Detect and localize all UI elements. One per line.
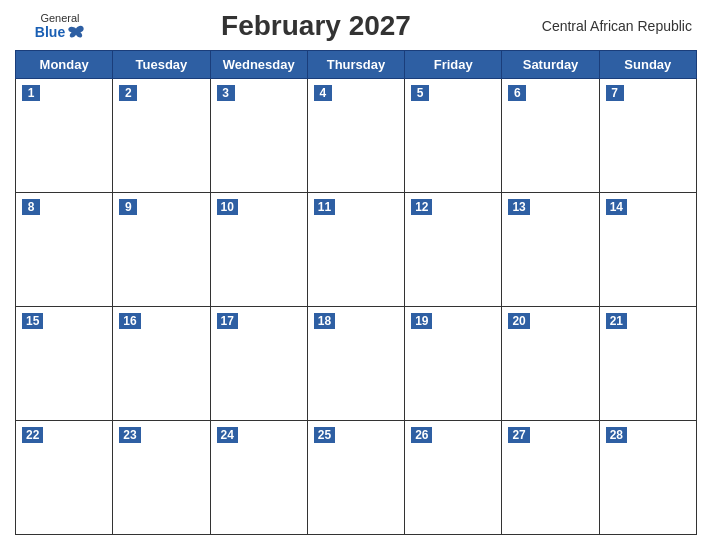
- header-thursday: Thursday: [307, 51, 404, 79]
- day-cell-13: 13: [502, 193, 599, 307]
- day-number: 19: [411, 313, 432, 329]
- day-cell-10: 10: [210, 193, 307, 307]
- day-number: 17: [217, 313, 238, 329]
- day-number: 11: [314, 199, 335, 215]
- week-row-2: 8 9 10 11 12 13 14: [16, 193, 697, 307]
- day-number: 13: [508, 199, 529, 215]
- day-number: 3: [217, 85, 235, 101]
- day-cell-14: 14: [599, 193, 696, 307]
- day-number: 28: [606, 427, 627, 443]
- country-label: Central African Republic: [532, 18, 692, 34]
- day-cell-17: 17: [210, 307, 307, 421]
- header-monday: Monday: [16, 51, 113, 79]
- day-cell-23: 23: [113, 421, 210, 535]
- day-cell-28: 28: [599, 421, 696, 535]
- day-number: 16: [119, 313, 140, 329]
- day-cell-3: 3: [210, 79, 307, 193]
- day-number: 25: [314, 427, 335, 443]
- month-year-title: February 2027: [221, 10, 411, 42]
- day-cell-1: 1: [16, 79, 113, 193]
- day-number: 14: [606, 199, 627, 215]
- day-number: 27: [508, 427, 529, 443]
- day-number: 18: [314, 313, 335, 329]
- day-cell-26: 26: [405, 421, 502, 535]
- day-cell-20: 20: [502, 307, 599, 421]
- day-cell-18: 18: [307, 307, 404, 421]
- logo: General Blue: [20, 12, 100, 40]
- header-friday: Friday: [405, 51, 502, 79]
- day-number: 26: [411, 427, 432, 443]
- day-number: 5: [411, 85, 429, 101]
- day-cell-21: 21: [599, 307, 696, 421]
- day-number: 15: [22, 313, 43, 329]
- day-number: 23: [119, 427, 140, 443]
- day-number: 7: [606, 85, 624, 101]
- header-saturday: Saturday: [502, 51, 599, 79]
- day-number: 4: [314, 85, 332, 101]
- calendar-title: February 2027: [221, 10, 411, 41]
- day-cell-15: 15: [16, 307, 113, 421]
- day-cell-5: 5: [405, 79, 502, 193]
- day-cell-9: 9: [113, 193, 210, 307]
- day-number: 1: [22, 85, 40, 101]
- day-cell-27: 27: [502, 421, 599, 535]
- logo-general: General: [40, 12, 79, 24]
- day-number: 2: [119, 85, 137, 101]
- calendar-header: General Blue February 2027 Central Afric…: [15, 10, 697, 42]
- logo-blue: Blue: [35, 24, 85, 40]
- day-cell-7: 7: [599, 79, 696, 193]
- day-number: 6: [508, 85, 526, 101]
- day-cell-16: 16: [113, 307, 210, 421]
- header-sunday: Sunday: [599, 51, 696, 79]
- day-cell-6: 6: [502, 79, 599, 193]
- day-number: 24: [217, 427, 238, 443]
- day-number: 8: [22, 199, 40, 215]
- day-cell-2: 2: [113, 79, 210, 193]
- day-cell-12: 12: [405, 193, 502, 307]
- day-cell-11: 11: [307, 193, 404, 307]
- week-row-3: 15 16 17 18 19 20 21: [16, 307, 697, 421]
- calendar-page: General Blue February 2027 Central Afric…: [0, 0, 712, 550]
- logo-bird-icon: [67, 25, 85, 39]
- calendar-table: Monday Tuesday Wednesday Thursday Friday…: [15, 50, 697, 535]
- day-cell-25: 25: [307, 421, 404, 535]
- day-number: 12: [411, 199, 432, 215]
- day-cell-24: 24: [210, 421, 307, 535]
- header-wednesday: Wednesday: [210, 51, 307, 79]
- day-cell-4: 4: [307, 79, 404, 193]
- day-cell-19: 19: [405, 307, 502, 421]
- day-cell-22: 22: [16, 421, 113, 535]
- day-number: 21: [606, 313, 627, 329]
- day-number: 9: [119, 199, 137, 215]
- week-row-4: 22 23 24 25 26 27 28: [16, 421, 697, 535]
- day-number: 20: [508, 313, 529, 329]
- days-header-row: Monday Tuesday Wednesday Thursday Friday…: [16, 51, 697, 79]
- day-cell-8: 8: [16, 193, 113, 307]
- day-number: 22: [22, 427, 43, 443]
- day-number: 10: [217, 199, 238, 215]
- header-tuesday: Tuesday: [113, 51, 210, 79]
- week-row-1: 1 2 3 4 5 6 7: [16, 79, 697, 193]
